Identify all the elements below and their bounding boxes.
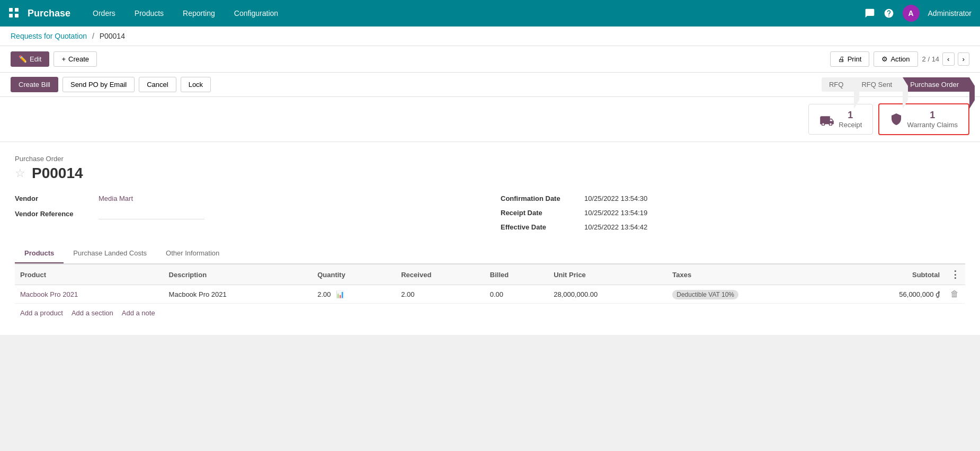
- effective-date-value: 10/25/2022 13:54:42: [584, 223, 647, 231]
- print-button[interactable]: 🖨 Print: [830, 51, 870, 67]
- action-button[interactable]: ⚙ Action: [874, 51, 917, 67]
- add-product-link[interactable]: Add a product: [20, 309, 63, 317]
- tabs-bar: Products Purchase Landed Costs Other Inf…: [15, 244, 965, 264]
- warranty-claims-smart-button[interactable]: 1 Warranty Claims: [878, 103, 969, 135]
- nav-orders[interactable]: Orders: [85, 0, 123, 26]
- shield-icon: [890, 113, 903, 126]
- effective-date-field: Effective Date 10/25/2022 13:54:42: [501, 223, 965, 231]
- warranty-label: Warranty Claims: [907, 121, 958, 129]
- warranty-count: 1: [907, 110, 958, 121]
- svg-rect-3: [15, 14, 19, 17]
- pagination: 2 / 14 ‹ ›: [922, 52, 969, 66]
- edit-button[interactable]: ✏️ Edit: [11, 51, 49, 67]
- cell-unit-price: 28,000,000.00: [548, 285, 667, 304]
- chart-icon[interactable]: 📊: [336, 290, 344, 298]
- col-quantity: Quantity: [312, 264, 396, 285]
- col-billed: Billed: [485, 264, 548, 285]
- avatar[interactable]: A: [903, 5, 920, 22]
- cell-taxes: Deductible VAT 10%: [667, 285, 834, 304]
- pagination-next[interactable]: ›: [958, 52, 969, 66]
- confirmation-date-field: Confirmation Date 10/25/2022 13:54:30: [501, 194, 965, 202]
- breadcrumb-separator: /: [92, 32, 94, 40]
- edit-icon: ✏️: [19, 55, 27, 63]
- cell-billed: 0.00: [485, 285, 548, 304]
- breadcrumb: Requests for Quotation / P00014: [0, 26, 980, 46]
- lock-button[interactable]: Lock: [181, 77, 211, 92]
- cell-subtotal: 56,000,000 ₫: [834, 285, 945, 304]
- workflow: RFQ RFQ Sent Purchase Order: [822, 77, 969, 92]
- col-subtotal: Subtotal: [834, 264, 945, 285]
- vendor-ref-input[interactable]: [99, 209, 204, 219]
- receipt-count: 1: [839, 110, 862, 121]
- create-bill-button[interactable]: Create Bill: [11, 77, 58, 92]
- create-button[interactable]: + Create: [54, 51, 97, 67]
- tax-badge[interactable]: Deductible VAT 10%: [672, 290, 738, 299]
- add-links: Add a product Add a section Add a note: [15, 304, 965, 322]
- form-left: Vendor Media Mart Vendor Reference: [15, 194, 479, 231]
- chat-icon[interactable]: [865, 8, 875, 19]
- workflow-rfq-sent[interactable]: RFQ Sent: [854, 77, 903, 92]
- tab-products[interactable]: Products: [15, 244, 64, 263]
- cell-received: 2.00: [396, 285, 485, 304]
- workflow-purchase-order[interactable]: Purchase Order: [903, 77, 969, 92]
- vendor-value[interactable]: Media Mart: [99, 194, 133, 202]
- help-icon[interactable]: [884, 8, 894, 19]
- nav-configuration[interactable]: Configuration: [227, 0, 286, 26]
- svg-rect-0: [9, 8, 13, 12]
- add-note-link[interactable]: Add a note: [122, 309, 155, 317]
- nav-right: A Administrator: [865, 5, 972, 22]
- pagination-text: 2 / 14: [922, 55, 940, 63]
- cell-delete: 🗑: [945, 285, 965, 304]
- workflow-rfq[interactable]: RFQ: [822, 77, 854, 92]
- truck-icon: [819, 113, 834, 126]
- receipt-smart-button[interactable]: 1 Receipt: [808, 104, 873, 135]
- vendor-field: Vendor Media Mart: [15, 194, 479, 202]
- tab-other-info[interactable]: Other Information: [156, 244, 229, 263]
- receipt-date-label: Receipt Date: [501, 209, 580, 217]
- toolbar: ✏️ Edit + Create 🖨 Print ⚙ Action 2 / 14…: [0, 46, 980, 73]
- table-row: Macbook Pro 2021 Macbook Pro 2021 2.00 📊…: [15, 285, 965, 304]
- doc-number: P00014: [32, 165, 83, 182]
- col-product: Product: [15, 264, 164, 285]
- smart-buttons-bar: 1 Receipt 1 Warranty Claims: [0, 97, 980, 142]
- confirmation-date-label: Confirmation Date: [501, 194, 580, 202]
- pagination-prev[interactable]: ‹: [942, 52, 954, 66]
- delete-row-icon[interactable]: 🗑: [950, 289, 959, 298]
- print-icon: 🖨: [838, 55, 845, 63]
- column-more-icon[interactable]: ⋮: [950, 269, 960, 280]
- receipt-date-value: 10/25/2022 13:54:19: [584, 209, 647, 217]
- send-po-email-button[interactable]: Send PO by Email: [63, 77, 135, 92]
- receipt-date-field: Receipt Date 10/25/2022 13:54:19: [501, 209, 965, 217]
- effective-date-label: Effective Date: [501, 223, 580, 231]
- add-section-link[interactable]: Add a section: [72, 309, 113, 317]
- tab-landed-costs[interactable]: Purchase Landed Costs: [64, 244, 156, 263]
- vendor-label: Vendor: [15, 194, 94, 202]
- col-unit-price: Unit Price: [548, 264, 667, 285]
- vendor-ref-label: Vendor Reference: [15, 210, 94, 218]
- app-title: Purchase: [28, 8, 70, 19]
- cell-description: Macbook Pro 2021: [164, 285, 313, 304]
- form-grid: Vendor Media Mart Vendor Reference Confi…: [15, 194, 965, 231]
- nav-reporting[interactable]: Reporting: [175, 0, 222, 26]
- star-icon[interactable]: ☆: [15, 166, 25, 180]
- doc-label: Purchase Order: [15, 155, 965, 163]
- breadcrumb-current: P00014: [100, 32, 125, 40]
- plus-icon: +: [61, 55, 66, 63]
- svg-rect-2: [9, 14, 13, 17]
- col-description: Description: [164, 264, 313, 285]
- col-received: Received: [396, 264, 485, 285]
- nav-products[interactable]: Products: [127, 0, 171, 26]
- breadcrumb-parent[interactable]: Requests for Quotation: [11, 32, 87, 40]
- form-right: Confirmation Date 10/25/2022 13:54:30 Re…: [501, 194, 965, 231]
- cell-product[interactable]: Macbook Pro 2021: [15, 285, 164, 304]
- cell-quantity: 2.00 📊: [312, 285, 396, 304]
- svg-rect-1: [15, 8, 19, 12]
- main-content: Purchase Order ☆ P00014 Vendor Media Mar…: [0, 142, 980, 335]
- top-navigation: Purchase Orders Products Reporting Confi…: [0, 0, 980, 26]
- grid-icon[interactable]: [8, 7, 19, 20]
- confirmation-date-value: 10/25/2022 13:54:30: [584, 194, 647, 202]
- admin-name: Administrator: [928, 9, 972, 17]
- cancel-button[interactable]: Cancel: [139, 77, 176, 92]
- vendor-ref-field: Vendor Reference: [15, 209, 479, 219]
- col-actions: ⋮: [945, 264, 965, 285]
